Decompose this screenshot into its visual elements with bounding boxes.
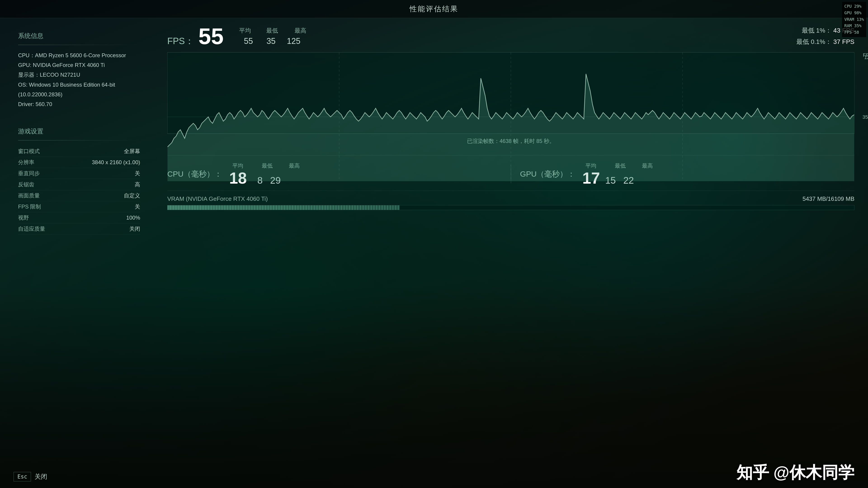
vram-fill — [167, 205, 400, 210]
system-overlay: CPU 29% GPU 98% VRAM 13% RAM 35% FPS 58 — [842, 2, 866, 37]
overlay-gpu: GPU 98% — [844, 10, 864, 16]
vram-title: VRAM (NVIDIA GeForce RTX 4060 Ti) — [167, 195, 268, 203]
settings-row: 自适应质量 关闭 — [18, 223, 140, 235]
driver-info: Driver: 560.70 — [18, 99, 140, 109]
chart-y-max: 125 — [864, 55, 868, 60]
left-panel: 系统信息 CPU：AMD Ryzen 5 5600 6-Core Process… — [0, 18, 158, 488]
system-info-section: 系统信息 CPU：AMD Ryzen 5 5600 6-Core Process… — [18, 32, 140, 109]
fps-min-value: 35 — [260, 36, 276, 46]
chart-y-min: 35 — [863, 114, 868, 120]
os-info: OS: Windows 10 Business Edition 64-bit (… — [18, 80, 140, 99]
settings-row: FPS 限制 关 — [18, 201, 140, 212]
monitor-info: 显示器：LECOO N2721U — [18, 70, 140, 80]
overlay-ram: RAM 35% — [844, 23, 864, 29]
cpu-info: CPU：AMD Ryzen 5 5600 6-Core Processor — [18, 51, 140, 60]
fps-label: FPS： — [167, 35, 194, 47]
divider-1 — [18, 45, 140, 45]
settings-value: 3840 x 2160 (x1.00) — [92, 159, 140, 165]
chart-svg — [167, 53, 854, 181]
fps-stats-row: FPS： 55 平均 最低 最高 55 35 125 最低 1%： — [167, 25, 855, 48]
settings-label: 垂直同步 — [18, 170, 40, 177]
settings-table: 窗口模式 全屏幕 分辨率 3840 x 2160 (x1.00) 垂直同步 关 … — [18, 146, 140, 235]
settings-value: 关 — [135, 203, 140, 210]
chart-wrapper: FPS 125 35 — [167, 52, 855, 134]
settings-label: 自适应质量 — [18, 225, 45, 233]
main-content: 系统信息 CPU：AMD Ryzen 5 5600 6-Core Process… — [0, 18, 868, 488]
close-label: 关闭 — [35, 472, 47, 481]
vram-value: 5437 MB/16109 MB — [802, 195, 855, 203]
esc-button[interactable]: Esc — [13, 472, 31, 482]
overlay-cpu: CPU 29% — [844, 3, 864, 10]
settings-label: FPS 限制 — [18, 203, 41, 210]
vram-bar — [167, 205, 855, 210]
settings-label: 视野 — [18, 214, 29, 221]
settings-value: 100% — [126, 215, 140, 221]
settings-value: 高 — [135, 181, 140, 188]
settings-row: 窗口模式 全屏幕 — [18, 146, 140, 157]
fps-avg-sub: 55 — [237, 36, 253, 46]
settings-value: 关闭 — [129, 225, 140, 233]
settings-row: 视野 100% — [18, 212, 140, 223]
fps-sub-stats: 平均 最低 最高 55 35 125 — [237, 27, 309, 46]
settings-label: 反锯齿 — [18, 181, 34, 188]
fps-avg-value: 55 — [198, 25, 223, 48]
fps-main: FPS： 55 — [167, 25, 223, 48]
watermark: 知乎 @休木同学 — [737, 462, 855, 484]
fps-max-value: 125 — [282, 36, 301, 46]
settings-value: 全屏幕 — [124, 148, 140, 155]
right-panel: FPS： 55 平均 最低 最高 55 35 125 最低 1%： — [158, 18, 868, 488]
overlay-fps: FPS 58 — [844, 29, 864, 36]
overlay-vram: VRAM 13% — [844, 16, 864, 23]
fps-min-header: 最低 — [264, 27, 280, 35]
settings-label: 画面质量 — [18, 192, 40, 199]
divider-2 — [18, 140, 140, 141]
percentile-01: 最低 0.1%： 37 FPS — [796, 36, 855, 48]
settings-row: 分辨率 3840 x 2160 (x1.00) — [18, 157, 140, 168]
vram-section: VRAM (NVIDIA GeForce RTX 4060 Ti) 5437 M… — [167, 191, 855, 210]
settings-value: 自定义 — [124, 192, 140, 199]
game-settings-section: 游戏设置 窗口模式 全屏幕 分辨率 3840 x 2160 (x1.00) 垂直… — [18, 127, 140, 235]
fps-chart — [167, 52, 855, 134]
vram-pattern — [167, 205, 400, 210]
settings-label: 分辨率 — [18, 159, 34, 166]
system-info-title: 系统信息 — [18, 32, 140, 40]
page-title: 性能评估结果 — [410, 4, 458, 14]
fps-avg-header: 平均 — [237, 27, 253, 35]
settings-row: 反锯齿 高 — [18, 179, 140, 190]
settings-value: 关 — [135, 170, 140, 177]
top-bar: 性能评估结果 — [0, 0, 868, 18]
game-settings-title: 游戏设置 — [18, 127, 140, 136]
gpu-info: GPU: NVIDIA GeForce RTX 4060 Ti — [18, 60, 140, 70]
settings-label: 窗口模式 — [18, 148, 40, 155]
settings-row: 画面质量 自定义 — [18, 190, 140, 201]
settings-row: 垂直同步 关 — [18, 168, 140, 179]
vram-header: VRAM (NVIDIA GeForce RTX 4060 Ti) 5437 M… — [167, 195, 855, 203]
fps-max-header: 最高 — [291, 27, 309, 35]
